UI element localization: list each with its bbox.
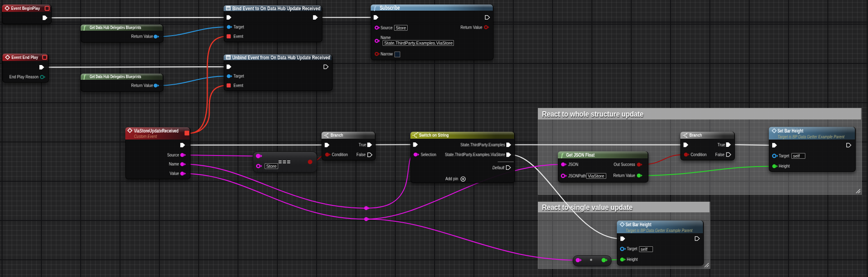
- svg-text:f: f: [84, 24, 86, 31]
- svg-text:f: f: [561, 152, 564, 158]
- svg-text:f: f: [374, 5, 377, 11]
- svg-text:f: f: [84, 73, 86, 80]
